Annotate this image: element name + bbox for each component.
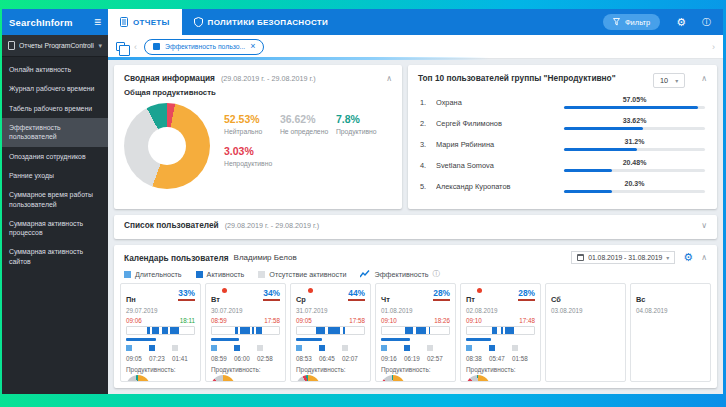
hamburger-menu-icon[interactable]: ≡ xyxy=(94,16,101,28)
sidebar-item[interactable]: Суммарное время работы пользователей xyxy=(2,185,108,214)
date-range-picker[interactable]: 01.08.2019 - 31.08.2019 ▾ xyxy=(571,251,675,264)
day-efficiency-percent[interactable]: 28% xyxy=(518,288,535,301)
day-stat: 09:16 xyxy=(381,345,404,362)
sidebar-item[interactable]: Ранние уходы xyxy=(2,166,108,185)
day-card[interactable]: Вт 30.07.2019 34% 08:59 17:58 08:59 06:0… xyxy=(205,283,286,382)
duration-bar xyxy=(211,338,239,341)
day-card[interactable]: Пт 02.08.2019 28% 09:10 17:48 08:38 05:4… xyxy=(460,283,541,382)
day-efficiency-percent[interactable]: 34% xyxy=(263,288,280,301)
expand-chevron-icon[interactable]: ∨ xyxy=(701,221,707,230)
info-icon[interactable]: ⓘ xyxy=(432,269,440,279)
settings-gear-icon[interactable]: ⚙ xyxy=(676,17,686,28)
pages-icon[interactable] xyxy=(116,42,125,51)
sidebar-item[interactable]: Табель рабочего времени xyxy=(2,99,108,118)
start-time: 09:05 xyxy=(296,317,312,324)
tab-reports[interactable]: ОТЧЕТЫ xyxy=(108,9,182,35)
activity-segment xyxy=(429,327,430,334)
duration-bar xyxy=(466,338,491,341)
activity-segment xyxy=(328,327,340,334)
legend-item[interactable]: Эффективностьⓘ xyxy=(360,269,439,279)
productivity-square xyxy=(325,381,330,383)
day-card[interactable]: Чт 01.08.2019 28% 09:10 18:26 09:16 06:1… xyxy=(375,283,456,382)
day-label: Сб xyxy=(551,295,561,304)
summary-panel-title: Сводная информация xyxy=(124,73,215,83)
top-user-row[interactable]: 4. Svetlana Somova 20.48% xyxy=(420,155,705,176)
scroll-right-icon[interactable]: › xyxy=(712,42,715,52)
calendar-settings-gear-icon[interactable]: ⚙ xyxy=(683,251,693,264)
top-user-row[interactable]: 2. Сергей Филимонов 33.62% xyxy=(420,113,705,134)
day-card[interactable]: Вс 04.08.2019 xyxy=(630,283,711,382)
day-productivity-donut[interactable] xyxy=(211,375,235,382)
activity-timeline[interactable] xyxy=(296,326,365,335)
activity-segment xyxy=(316,327,325,334)
active-report-tab[interactable]: Эффективность пользо... × xyxy=(144,39,264,55)
productivity-donut-chart[interactable] xyxy=(124,103,210,189)
productivity-item: 9.30% xyxy=(358,380,371,382)
collapse-chevron-icon[interactable]: ∧ xyxy=(386,74,392,83)
productivity-square xyxy=(410,381,415,383)
legend-item[interactable]: Активность xyxy=(196,270,245,279)
day-efficiency-percent[interactable]: 33% xyxy=(178,288,195,301)
sidebar-item[interactable]: Опоздания сотрудников xyxy=(2,147,108,166)
stat-square xyxy=(466,345,472,351)
activity-timeline[interactable] xyxy=(466,326,535,335)
bar-track xyxy=(564,148,705,151)
tab-security-policies[interactable]: ПОЛИТИКИ БЕЗОПАСНОСТИ xyxy=(182,9,340,35)
scroll-left-icon[interactable]: ‹ xyxy=(134,42,137,52)
close-tab-icon[interactable]: × xyxy=(250,42,255,51)
day-productivity-donut[interactable] xyxy=(466,375,490,382)
stat-value: 7.8% xyxy=(336,113,392,125)
day-efficiency-percent[interactable]: 44% xyxy=(348,288,365,301)
day-card[interactable]: Пн 29.07.2019 33% 09:06 18:11 09:05 07:2… xyxy=(120,283,201,382)
sidebar-item[interactable]: Журнал рабочего времени xyxy=(2,79,108,98)
stat-square xyxy=(381,345,387,351)
bar-fill xyxy=(564,169,612,172)
activity-segment xyxy=(492,327,497,334)
top-user-row[interactable]: 1. Охрана 57.05% xyxy=(420,92,705,113)
collapse-chevron-icon[interactable]: ∧ xyxy=(701,74,707,83)
legend-item[interactable]: Длительность xyxy=(124,270,182,279)
day-date: 31.07.2019 xyxy=(296,307,328,314)
sidebar-item[interactable]: Эффективность пользователей xyxy=(2,118,108,147)
page-size-select[interactable]: 10 ▾ xyxy=(653,73,685,88)
top-users-list: 1. Охрана 57.05% 2. Сергей Филимонов 33.… xyxy=(408,91,717,197)
day-card[interactable]: Сб 03.08.2019 xyxy=(545,283,626,382)
sidebar-item[interactable]: Суммарная активность сайтов xyxy=(2,242,108,271)
productivity-square xyxy=(273,381,278,383)
chevron-down-icon: ▾ xyxy=(666,254,669,261)
filter-button[interactable]: Фильтр xyxy=(603,14,660,30)
sidebar-item[interactable]: Онлайн активность xyxy=(2,60,108,79)
shield-icon xyxy=(194,17,203,27)
report-icon xyxy=(8,41,15,50)
day-date: 01.08.2019 xyxy=(381,307,413,314)
day-efficiency-percent[interactable]: 28% xyxy=(433,288,450,301)
day-productivity-donut[interactable] xyxy=(126,375,150,382)
summary-subtitle: Общая продуктивность xyxy=(114,86,402,99)
collapse-chevron-icon[interactable]: ∧ xyxy=(701,253,707,262)
activity-timeline[interactable] xyxy=(211,326,280,335)
day-card[interactable]: Ср 31.07.2019 44% 09:05 17:58 08:53 06:4… xyxy=(290,283,371,382)
activity-timeline[interactable] xyxy=(381,326,450,335)
day-productivity-donut[interactable] xyxy=(381,375,405,382)
info-icon[interactable]: ⓘ xyxy=(702,18,711,27)
calendar-days: Пн 29.07.2019 33% 09:06 18:11 09:05 07:2… xyxy=(114,282,717,388)
user-list-period: (29.08.2019 г. - 29.08.2019 г.) xyxy=(225,221,320,230)
legend-item[interactable]: Отсутствие активности xyxy=(258,270,346,279)
top-users-title: Топ 10 пользователей группы "Непродуктив… xyxy=(418,73,616,83)
stat-time: 09:16 xyxy=(381,355,404,362)
stat-label: Нейтрально xyxy=(224,128,280,135)
activity-timeline[interactable] xyxy=(126,326,195,335)
day-stat: 08:53 xyxy=(296,345,319,362)
day-productivity-donut[interactable] xyxy=(296,375,320,382)
top-user-row[interactable]: 5. Александр Куропатов 20.3% xyxy=(420,176,705,197)
stat-square xyxy=(512,345,518,351)
day-productivity-legend: 53.62% 32.11% 13.18% 1.09% xyxy=(410,380,456,382)
sidebar-item[interactable]: Суммарная активность процессов xyxy=(2,214,108,243)
day-stat: 01:41 xyxy=(172,345,195,362)
activity-segment xyxy=(240,327,249,334)
legend-square xyxy=(196,271,203,278)
stat-time: 01:41 xyxy=(172,355,195,362)
top-user-row[interactable]: 3. Мария Рябинина 31.2% xyxy=(420,134,705,155)
report-group-selector[interactable]: Отчеты ProgramController ▾ xyxy=(2,35,108,57)
activity-segment xyxy=(505,327,514,334)
